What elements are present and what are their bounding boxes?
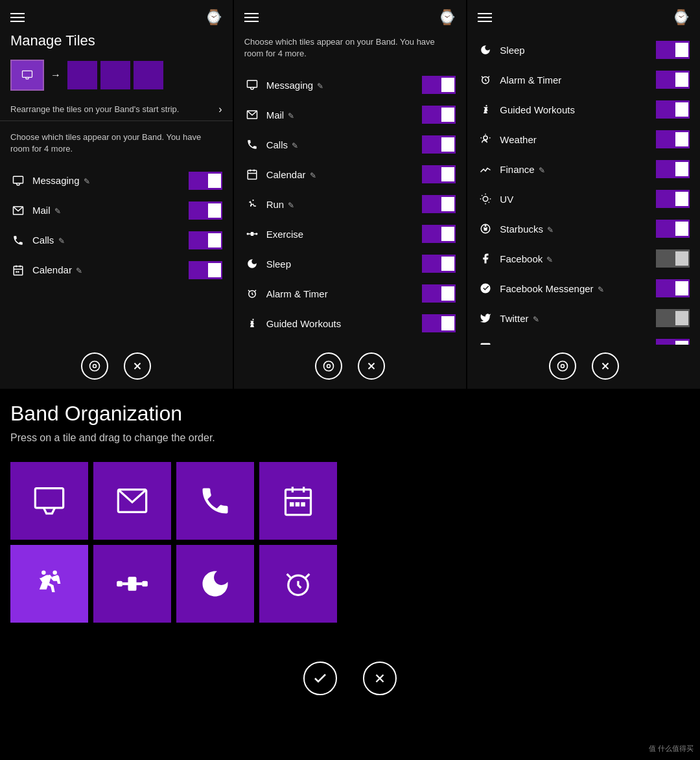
- svg-line-73: [287, 574, 292, 579]
- panel1-toggle-list: Messaging ✎ Mail ✎ Calls ✎: [0, 163, 233, 345]
- panel3-cancel-button[interactable]: [592, 352, 619, 380]
- panel1-save-button[interactable]: [81, 352, 108, 380]
- panel2-save-button[interactable]: [315, 352, 342, 380]
- rearrange-row[interactable]: Rearrange the tiles on your Band's start…: [0, 98, 233, 121]
- hamburger-menu-icon-3[interactable]: [478, 13, 492, 22]
- p2-mail-toggle[interactable]: [422, 106, 456, 124]
- svg-point-53: [561, 365, 564, 368]
- p3-facebook-toggle[interactable]: [656, 249, 690, 268]
- panel-more-tiles: ⌚ Sleep Alarm & Timer: [467, 0, 700, 389]
- svg-line-33: [482, 76, 483, 78]
- toggle-item-calls: Calls ✎: [0, 225, 233, 255]
- panel3-save-button[interactable]: [549, 352, 576, 380]
- big-tile-mail[interactable]: [93, 462, 171, 540]
- svg-point-36: [484, 136, 487, 140]
- svg-rect-15: [248, 170, 257, 179]
- active-tile[interactable]: [10, 60, 44, 91]
- p3-uv-icon: [478, 191, 493, 207]
- big-tile-calendar[interactable]: [259, 462, 337, 540]
- p3-finance-toggle[interactable]: [656, 160, 690, 178]
- p3-weather-label: Weather: [500, 134, 649, 145]
- big-tile-sleep[interactable]: [176, 545, 254, 623]
- messaging-toggle[interactable]: [189, 172, 222, 190]
- panel1-subtitle: Choose which tiles appear on your Band. …: [0, 128, 233, 163]
- p2-messaging-label: Messaging ✎: [266, 80, 416, 91]
- panel2-cancel-button[interactable]: [358, 352, 385, 380]
- p3-sleep-toggle[interactable]: [656, 41, 690, 59]
- chevron-right-icon: ›: [218, 104, 222, 115]
- mail-icon: [10, 203, 26, 218]
- messaging-icon: [10, 173, 26, 189]
- watermark: 值 什么值得买: [649, 744, 694, 754]
- p2-mail-icon: [244, 107, 260, 122]
- mail-toggle[interactable]: [189, 202, 222, 220]
- tile-row: [67, 61, 163, 89]
- p2-alarm-toggle[interactable]: [422, 284, 456, 303]
- p3-messenger: Facebook Messenger ✎: [467, 273, 700, 303]
- p2-messaging-toggle[interactable]: [422, 76, 456, 94]
- p3-notification-toggle[interactable]: [656, 339, 690, 345]
- p2-calls-toggle[interactable]: [422, 135, 456, 154]
- p2-run-icon: [244, 196, 260, 212]
- panel1-cancel-button[interactable]: [124, 352, 151, 380]
- panel2-header: ⌚: [234, 0, 467, 32]
- calendar-toggle[interactable]: [189, 261, 222, 279]
- p3-finance-icon: [478, 161, 493, 177]
- p2-calendar-toggle[interactable]: [422, 165, 456, 183]
- p3-alarm: Alarm & Timer: [467, 65, 700, 95]
- big-tile-messaging[interactable]: [10, 462, 88, 540]
- p2-sleep-label: Sleep: [266, 259, 416, 270]
- p3-messenger-label: Facebook Messenger ✎: [500, 283, 649, 294]
- confirm-button[interactable]: [303, 662, 337, 695]
- p3-weather: Weather: [467, 124, 700, 154]
- svg-point-49: [485, 225, 487, 227]
- tile-strip: →: [0, 54, 233, 96]
- rearrange-text: Rearrange the tiles on your Band's start…: [10, 104, 179, 115]
- svg-line-45: [489, 202, 489, 203]
- close-button[interactable]: [363, 662, 397, 695]
- svg-rect-13: [247, 81, 257, 88]
- svg-line-44: [482, 195, 483, 196]
- svg-rect-65: [301, 502, 305, 507]
- p3-uv-toggle[interactable]: [656, 190, 690, 208]
- watch-icon-3: ⌚: [672, 9, 690, 26]
- tile-small-3[interactable]: [134, 61, 163, 89]
- panel1-header: ⌚: [0, 0, 233, 32]
- big-tile-guided-run[interactable]: [10, 545, 88, 623]
- top-section: ⌚ Manage Tiles → Rearrange the tiles on …: [0, 0, 700, 389]
- p2-sleep-toggle[interactable]: [422, 255, 456, 273]
- p3-weather-toggle[interactable]: [656, 130, 690, 148]
- big-tile-calls[interactable]: [176, 462, 254, 540]
- big-tile-alarm[interactable]: [259, 545, 337, 623]
- messaging-label: Messaging ✎: [32, 175, 182, 186]
- big-tile-exercise[interactable]: [93, 545, 171, 623]
- p3-twitter-toggle[interactable]: [656, 309, 690, 327]
- hamburger-menu-icon-2[interactable]: [244, 13, 259, 22]
- svg-point-35: [486, 105, 487, 106]
- p3-sleep-label: Sleep: [500, 45, 649, 56]
- p2-run-toggle[interactable]: [422, 195, 456, 213]
- toggle-item-calendar: Calendar ✎: [0, 255, 233, 285]
- p3-sleep-icon: [478, 42, 493, 58]
- p2-exercise-toggle[interactable]: [422, 225, 456, 243]
- svg-line-74: [305, 574, 310, 579]
- hamburger-menu-icon[interactable]: [10, 13, 25, 22]
- panel-tiles-list: ⌚ Choose which tiles appear on your Band…: [234, 0, 468, 389]
- p2-mail: Mail ✎: [234, 100, 467, 130]
- p2-exercise-label: Exercise: [266, 229, 416, 240]
- calls-toggle[interactable]: [189, 231, 222, 249]
- p3-alarm-toggle[interactable]: [656, 71, 690, 89]
- svg-line-34: [488, 76, 489, 78]
- svg-line-26: [254, 290, 255, 292]
- p3-messenger-toggle[interactable]: [656, 279, 690, 297]
- p3-starbucks-toggle[interactable]: [656, 220, 690, 238]
- p2-mail-label: Mail ✎: [266, 109, 416, 121]
- tile-small-2[interactable]: [100, 61, 130, 89]
- tile-small-1[interactable]: [67, 61, 97, 89]
- p2-guided-toggle[interactable]: [422, 314, 456, 332]
- p3-guided-toggle[interactable]: [656, 100, 690, 119]
- p2-calls: Calls ✎: [234, 130, 467, 159]
- panel3-actions: [467, 345, 700, 389]
- svg-rect-23: [250, 232, 253, 236]
- svg-rect-8: [18, 271, 19, 272]
